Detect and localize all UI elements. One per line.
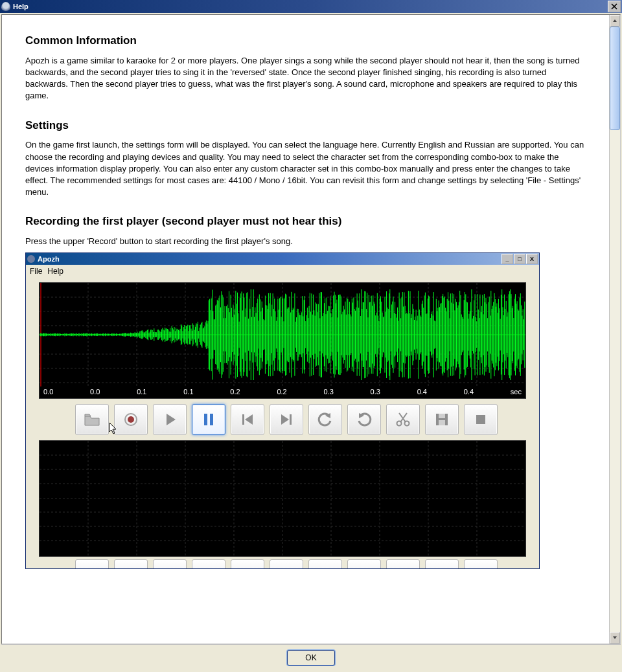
stop-button-2[interactable] bbox=[464, 559, 498, 568]
paragraph-common-info: Apozh is a game similar to karaoke for 2… bbox=[25, 55, 586, 102]
inner-close-button[interactable]: X bbox=[526, 254, 538, 264]
scrollbar-thumb[interactable] bbox=[610, 27, 620, 130]
axis-tick: 0.0 bbox=[90, 387, 100, 397]
svg-rect-604 bbox=[439, 420, 445, 425]
redo-button[interactable] bbox=[347, 404, 381, 435]
record-icon bbox=[122, 410, 140, 429]
app-icon bbox=[1, 2, 10, 11]
cut-button[interactable] bbox=[386, 404, 420, 435]
pause-icon bbox=[200, 410, 218, 429]
open-button[interactable] bbox=[75, 404, 109, 435]
window-title: Help bbox=[13, 3, 29, 10]
scroll-down-button[interactable] bbox=[610, 632, 620, 644]
svg-rect-603 bbox=[439, 414, 445, 418]
floppy-icon bbox=[433, 410, 451, 429]
open-button-2[interactable] bbox=[75, 559, 109, 568]
time-axis: 0.0 0.0 0.1 0.1 0.2 0.2 0.3 0.3 0.4 0.4 … bbox=[40, 387, 525, 397]
ok-button-label: OK bbox=[305, 653, 316, 662]
play-button[interactable] bbox=[153, 404, 187, 435]
vertical-scrollbar[interactable] bbox=[609, 15, 620, 644]
axis-tick: 0.2 bbox=[277, 387, 286, 397]
help-window: Help Common Information Apozh is a game … bbox=[0, 0, 622, 672]
heading-common-info: Common Information bbox=[25, 33, 586, 49]
embedded-app-window: Apozh _ □ X File Help bbox=[25, 252, 540, 569]
pause-button-2[interactable] bbox=[192, 559, 225, 568]
undo-icon bbox=[316, 410, 334, 429]
undo-button[interactable] bbox=[308, 404, 342, 435]
record-button[interactable] bbox=[114, 404, 148, 435]
skip-end-button[interactable] bbox=[270, 404, 303, 435]
axis-tick: 0.3 bbox=[371, 387, 380, 397]
svg-rect-605 bbox=[476, 415, 485, 424]
svg-rect-597 bbox=[210, 414, 213, 425]
toolbar-top bbox=[39, 404, 526, 435]
play-icon bbox=[161, 410, 179, 429]
axis-tick: 0.3 bbox=[323, 387, 333, 397]
redo-button-2[interactable] bbox=[347, 559, 381, 568]
axis-tick: 0.4 bbox=[464, 387, 474, 397]
menubar: File Help bbox=[26, 265, 539, 278]
chevron-up-icon bbox=[612, 18, 617, 23]
skip-end-icon bbox=[277, 410, 295, 429]
scrollbar-track[interactable] bbox=[610, 27, 620, 632]
svg-point-595 bbox=[128, 416, 134, 423]
pause-button[interactable] bbox=[192, 404, 225, 435]
record-button-2[interactable] bbox=[114, 559, 148, 568]
scroll-up-button[interactable] bbox=[610, 15, 620, 27]
minimize-button[interactable]: _ bbox=[501, 254, 513, 264]
close-button[interactable] bbox=[608, 1, 621, 12]
paragraph-recording: Press the upper 'Record' button to start… bbox=[25, 236, 586, 247]
chevron-down-icon bbox=[612, 635, 617, 640]
inner-window-title: Apozh bbox=[38, 254, 60, 264]
heading-recording: Recording the first player (second playe… bbox=[25, 214, 586, 229]
menu-help[interactable]: Help bbox=[47, 266, 63, 277]
help-content: Common Information Apozh is a game simil… bbox=[2, 15, 609, 644]
axis-tick: 0.2 bbox=[230, 387, 240, 397]
menu-file[interactable]: File bbox=[30, 266, 42, 277]
save-button-2[interactable] bbox=[425, 559, 459, 568]
axis-tick: 0.4 bbox=[417, 387, 427, 397]
heading-settings: Settings bbox=[25, 118, 586, 133]
toolbar-bottom bbox=[39, 559, 526, 568]
close-icon bbox=[611, 3, 617, 10]
skip-start-button[interactable] bbox=[231, 404, 264, 435]
svg-rect-598 bbox=[242, 414, 244, 425]
waveform-bottom[interactable] bbox=[39, 440, 526, 557]
waveform-top[interactable]: 0.0 0.0 0.1 0.1 0.2 0.2 0.3 0.3 0.4 0.4 … bbox=[39, 282, 526, 399]
undo-button-2[interactable] bbox=[308, 559, 342, 568]
axis-tick: 0.0 bbox=[43, 387, 53, 397]
stop-button[interactable] bbox=[464, 404, 498, 435]
svg-rect-596 bbox=[204, 414, 207, 425]
cut-button-2[interactable] bbox=[386, 559, 420, 568]
dialog-button-bar: OK bbox=[1, 644, 621, 671]
skip-end-button-2[interactable] bbox=[270, 559, 303, 568]
skip-start-icon bbox=[238, 410, 257, 429]
inner-app-icon bbox=[27, 255, 35, 263]
skip-start-button-2[interactable] bbox=[231, 559, 264, 568]
svg-rect-599 bbox=[290, 414, 292, 425]
axis-tick: 0.1 bbox=[183, 387, 193, 397]
scissors-icon bbox=[394, 410, 412, 429]
paragraph-settings: On the game first launch, the settings f… bbox=[25, 139, 586, 198]
play-button-2[interactable] bbox=[153, 559, 187, 568]
inner-titlebar: Apozh _ □ X bbox=[26, 253, 539, 265]
titlebar: Help bbox=[0, 0, 622, 13]
redo-icon bbox=[355, 410, 373, 429]
axis-unit: sec bbox=[511, 387, 522, 397]
maximize-button[interactable]: □ bbox=[514, 254, 525, 264]
stop-icon bbox=[472, 410, 490, 429]
ok-button[interactable]: OK bbox=[287, 650, 335, 666]
axis-tick: 0.1 bbox=[137, 387, 146, 397]
save-button[interactable] bbox=[425, 404, 459, 435]
folder-icon bbox=[83, 410, 101, 429]
